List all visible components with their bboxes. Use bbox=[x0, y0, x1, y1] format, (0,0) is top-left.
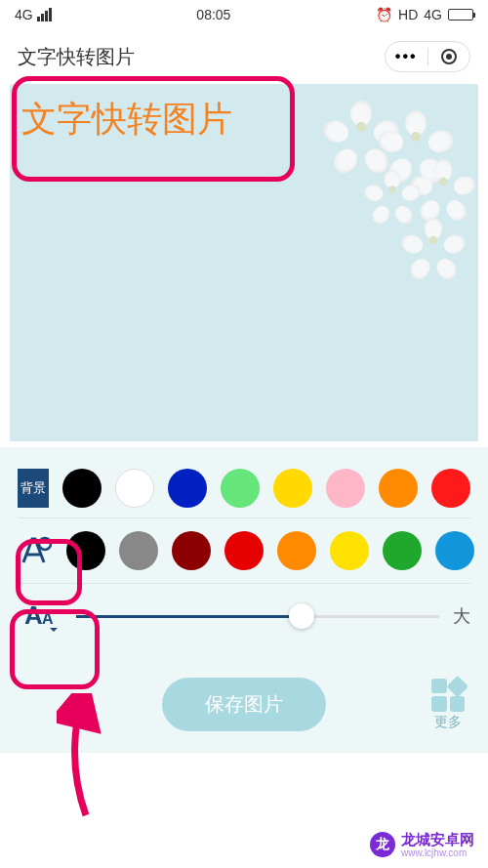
svg-point-0 bbox=[39, 538, 51, 550]
flower-decoration bbox=[409, 216, 459, 266]
app-header: 文字快转图片 ••• bbox=[0, 29, 488, 84]
bg-color-swatch[interactable] bbox=[273, 469, 312, 508]
bg-color-swatch[interactable] bbox=[221, 469, 260, 508]
watermark: 龙 龙城安卓网 www.lcjhw.com bbox=[362, 828, 482, 863]
capsule-menu-button[interactable]: ••• bbox=[386, 42, 427, 71]
background-color-row: 背景 bbox=[0, 459, 488, 517]
bg-color-swatch[interactable] bbox=[326, 469, 365, 508]
network-4g-2: 4G bbox=[424, 7, 442, 22]
signal-icon bbox=[37, 8, 52, 21]
text-color-swatch[interactable] bbox=[172, 531, 211, 570]
svg-text:A: A bbox=[24, 600, 43, 630]
bg-color-swatch[interactable] bbox=[168, 469, 207, 508]
font-size-icon[interactable]: AA bbox=[18, 594, 62, 639]
capsule-close-button[interactable] bbox=[428, 42, 470, 71]
bg-color-swatch[interactable] bbox=[62, 469, 102, 508]
flower-decoration bbox=[419, 157, 468, 207]
miniapp-capsule: ••• bbox=[385, 41, 470, 72]
text-color-swatch[interactable] bbox=[66, 531, 105, 570]
controls-panel: 背景 AA 大 保存图片 更多 bbox=[0, 447, 488, 753]
slider-thumb[interactable] bbox=[289, 603, 314, 629]
target-icon bbox=[441, 49, 457, 64]
font-size-slider[interactable] bbox=[76, 615, 439, 618]
text-color-swatch[interactable] bbox=[435, 531, 474, 570]
more-button[interactable]: 更多 bbox=[431, 679, 465, 731]
bg-color-swatch[interactable] bbox=[431, 469, 470, 508]
background-label: 背景 bbox=[18, 469, 49, 508]
text-color-swatch[interactable] bbox=[383, 531, 422, 570]
network-4g: 4G bbox=[15, 7, 33, 22]
image-canvas[interactable]: 文字快转图片 bbox=[10, 84, 478, 441]
watermark-title: 龙城安卓网 bbox=[401, 832, 474, 848]
font-size-row: AA 大 bbox=[0, 584, 488, 648]
grid-icon bbox=[431, 679, 465, 712]
more-label: 更多 bbox=[431, 714, 465, 731]
watermark-badge-icon: 龙 bbox=[370, 832, 395, 857]
alarm-icon: ⏰ bbox=[376, 7, 392, 22]
size-large-label: 大 bbox=[453, 604, 470, 628]
text-color-swatch[interactable] bbox=[224, 531, 264, 570]
clock: 08:05 bbox=[196, 7, 230, 22]
page-title: 文字快转图片 bbox=[18, 44, 135, 70]
flower-decoration bbox=[371, 168, 415, 212]
text-color-swatch[interactable] bbox=[330, 531, 369, 570]
bg-color-swatch[interactable] bbox=[115, 469, 154, 508]
watermark-url: www.lcjhw.com bbox=[401, 847, 474, 858]
bg-color-swatch[interactable] bbox=[379, 469, 418, 508]
text-color-row bbox=[0, 518, 488, 583]
hd-indicator: HD bbox=[398, 7, 418, 22]
status-bar: 4G 08:05 ⏰ HD 4G bbox=[0, 0, 488, 29]
battery-icon bbox=[448, 9, 473, 21]
save-image-button[interactable]: 保存图片 bbox=[162, 678, 326, 731]
text-color-swatch[interactable] bbox=[277, 531, 316, 570]
more-dots-icon: ••• bbox=[395, 48, 418, 65]
text-color-swatch[interactable] bbox=[119, 531, 158, 570]
text-color-icon[interactable] bbox=[18, 528, 53, 573]
svg-text:A: A bbox=[42, 610, 54, 627]
